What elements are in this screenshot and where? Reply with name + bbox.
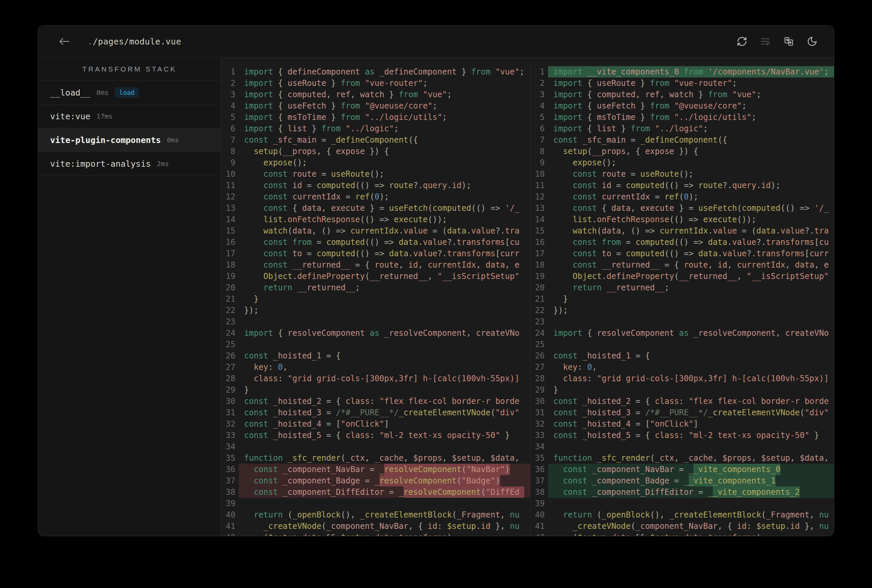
code-line: import { useFetch } from "@vueuse/core";: [239, 100, 530, 112]
code-line: import { computed, ref, watch } from "vu…: [239, 89, 530, 100]
line-number: 38: [531, 486, 545, 498]
line-number: 26: [531, 350, 545, 362]
line-number: 24: [531, 327, 545, 339]
line-number: 22: [531, 305, 545, 316]
line-number: 33: [221, 430, 235, 441]
code-line: const route = useRoute();: [548, 168, 834, 180]
transform-stack-sidebar: TRANSFORM STACK __load__0msloadvite:vue1…: [38, 57, 221, 536]
line-number: 41: [221, 520, 235, 532]
line-number: 11: [221, 180, 235, 191]
code-line: }: [548, 293, 834, 305]
page-title: ./pages/module.vue: [87, 37, 181, 46]
code-line: const _component_NavBar = _resolveCompon…: [239, 464, 530, 475]
title-path: /pages/module.vue: [93, 37, 181, 46]
line-number: 34: [531, 441, 545, 452]
load-badge: load: [115, 87, 140, 98]
code-line: const _hoisted_5 = { class: "ml-2 text-x…: [239, 430, 530, 441]
code-line: import { list } from "../logic";: [239, 123, 530, 134]
code-line: return __returned__;: [548, 282, 834, 293]
line-number: 6: [531, 123, 545, 134]
code-line: }: [239, 293, 530, 305]
inspector-window: ./pages/module.vue: [38, 26, 834, 536]
transform-stack-list: __load__0msloadvite:vue17msvite-plugin-c…: [38, 81, 221, 176]
diff-pane-transformed[interactable]: 1234567891011121314151617181920212223242…: [530, 57, 834, 536]
transform-stack-item-vite-plugin-components[interactable]: vite-plugin-components0ms: [38, 128, 221, 152]
line-number: 29: [531, 384, 545, 396]
line-number: 1: [221, 66, 235, 78]
line-number: 36: [221, 464, 235, 475]
code-line: Object.defineProperty(__returned__, "__i…: [548, 271, 834, 282]
line-number: 14: [531, 214, 545, 225]
line-number: 19: [531, 271, 545, 282]
line-number: 27: [531, 362, 545, 373]
code-line: [239, 441, 530, 452]
code-line: const from = computed(() => data.value?.…: [239, 237, 530, 248]
code-line: const _hoisted_2 = { class: "flex flex-c…: [548, 396, 834, 407]
line-number: 1: [531, 66, 545, 78]
code-line: const _hoisted_4 = ["onClick"]: [239, 418, 530, 430]
code-line: const _hoisted_3 = /*#__PURE__*/_createE…: [239, 407, 530, 418]
line-number: 21: [531, 293, 545, 305]
code-line: const to = computed(() => data.value?.tr…: [239, 248, 530, 259]
code-line: const route = useRoute();: [239, 168, 530, 180]
line-number: 9: [221, 157, 235, 168]
code-line: const { data, execute } = useFetch(compu…: [239, 202, 530, 214]
code-line: _createVNode(_component_NavBar, { id: $s…: [548, 520, 834, 532]
main-content: TRANSFORM STACK __load__0msloadvite:vue1…: [38, 57, 834, 536]
code-line: import { msToTime } from "../logic/utils…: [548, 112, 834, 123]
code-line: const _hoisted_5 = { class: "ml-2 text-x…: [548, 430, 834, 441]
plugin-name: __load__: [50, 88, 90, 98]
code-line: const _sfc_main = _defineComponent({: [548, 134, 834, 146]
compare-panes-icon: [783, 36, 794, 47]
code-line: import __vite_components_0 from '/compon…: [548, 66, 834, 78]
refresh-button[interactable]: [736, 36, 748, 47]
diff-pane-original[interactable]: 1234567891011121314151617181920212223242…: [221, 57, 530, 536]
code-line: const _component_Badge = _resolveCompone…: [239, 475, 530, 486]
line-number: 30: [221, 396, 235, 407]
line-number: 30: [531, 396, 545, 407]
line-number: 20: [531, 282, 545, 293]
code-line: });: [239, 305, 530, 316]
line-number: 37: [221, 475, 235, 486]
code-line: setup(__props, { expose }) {: [548, 146, 834, 157]
refresh-icon: [737, 36, 747, 47]
code-line: const to = computed(() => data.value?.tr…: [548, 248, 834, 259]
line-number: 13: [531, 202, 545, 214]
line-number: 23: [531, 316, 545, 327]
code-line: const id = computed(() => route?.query.i…: [548, 180, 834, 191]
line-number-gutter: 1234567891011121314151617181920212223242…: [531, 57, 548, 536]
code-line: import { computed, ref, watch } from "vu…: [548, 89, 834, 100]
plugin-time: 17ms: [96, 112, 112, 120]
compare-panes-button[interactable]: [783, 36, 794, 47]
code-line: const _component_NavBar = __vite_compone…: [548, 464, 834, 475]
line-number: 32: [531, 418, 545, 430]
wrap-lines-button[interactable]: [760, 36, 771, 47]
line-number: 6: [221, 123, 235, 134]
line-number: 34: [221, 441, 235, 452]
line-number: 40: [221, 509, 235, 520]
code-line: const _hoisted_4 = ["onClick"]: [548, 418, 834, 430]
line-number: 39: [531, 498, 545, 509]
line-number: 38: [221, 486, 235, 498]
code-line: [239, 498, 530, 509]
line-number: 12: [531, 191, 545, 202]
back-button[interactable]: [57, 35, 72, 48]
line-number: 16: [531, 237, 545, 248]
line-number: 26: [221, 350, 235, 362]
line-number: 31: [221, 407, 235, 418]
transform-stack-item-vite-import-analysis[interactable]: vite:import-analysis2ms: [38, 152, 221, 176]
moon-icon: [807, 36, 818, 47]
transform-stack-item-load[interactable]: __load__0msload: [38, 81, 221, 105]
line-number: 16: [221, 237, 235, 248]
line-number: 2: [221, 78, 235, 89]
code-line: const from = computed(() => data.value?.…: [548, 237, 834, 248]
line-number: 27: [221, 362, 235, 373]
transform-stack-item-vite-vue[interactable]: vite:vue17ms: [38, 105, 221, 128]
code-line: key: 0,: [239, 362, 530, 373]
code-line: }: [239, 384, 530, 396]
code-line: import { defineComponent as _defineCompo…: [239, 66, 530, 78]
dark-mode-button[interactable]: [806, 36, 818, 47]
code-line: [239, 339, 530, 350]
code-line: ($setup.data && $setup.data.transforms): [548, 532, 834, 536]
code-line: return __returned__;: [239, 282, 530, 293]
